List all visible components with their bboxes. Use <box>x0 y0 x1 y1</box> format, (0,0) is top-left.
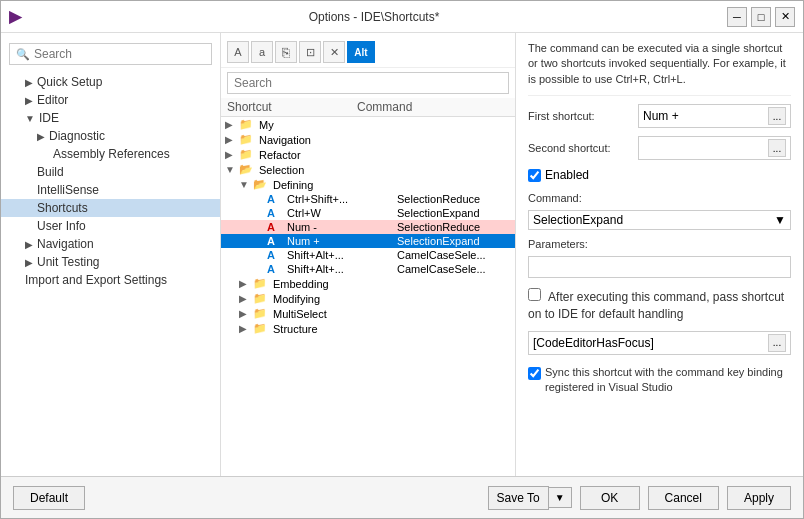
context-input[interactable]: [CodeEditorHasFocus] ... <box>528 331 791 355</box>
info-text: The command can be executed via a single… <box>528 41 791 96</box>
arrow-icon: ▶ <box>239 323 253 334</box>
first-shortcut-label: First shortcut: <box>528 110 638 122</box>
sidebar-item-label: Shortcuts <box>37 201 88 215</box>
list-item[interactable]: A Num - SelectionReduce <box>221 220 515 234</box>
middle-toolbar: A a ⎘ ⊡ ✕ Alt <box>221 37 515 68</box>
sidebar-item-label: User Info <box>37 219 86 233</box>
list-item[interactable]: ▶ 📁 My <box>221 117 515 132</box>
shortcut-type-icon: A <box>267 235 285 247</box>
sidebar-item-quick-setup[interactable]: ▶ Quick Setup <box>1 73 220 91</box>
toolbar-copy-btn[interactable]: ⎘ <box>275 41 297 63</box>
toolbar-delete-btn[interactable]: ✕ <box>323 41 345 63</box>
arrow-icon: ▶ <box>239 308 253 319</box>
sidebar-item-build[interactable]: Build <box>1 163 220 181</box>
sidebar-item-label: Quick Setup <box>37 75 102 89</box>
parameters-input[interactable] <box>528 256 791 278</box>
middle-search-input[interactable] <box>234 76 502 90</box>
default-button[interactable]: Default <box>13 486 85 510</box>
second-shortcut-row: Second shortcut: ... <box>528 136 791 160</box>
arrow-icon: ▶ <box>225 149 239 160</box>
command-value: SelectionExpand <box>533 213 623 227</box>
sync-text: Sync this shortcut with the command key … <box>545 365 791 396</box>
list-item[interactable]: ▼ 📂 Selection <box>221 162 515 177</box>
sync-checkbox[interactable] <box>528 367 541 380</box>
left-search-box[interactable]: 🔍 <box>9 43 212 65</box>
sidebar-item-label: IDE <box>39 111 59 125</box>
enabled-row: Enabled <box>528 168 791 182</box>
second-shortcut-label: Second shortcut: <box>528 142 638 154</box>
shortcut-value: Ctrl+W <box>287 207 397 219</box>
sidebar-item-assembly-references[interactable]: Assembly References <box>1 145 220 163</box>
folder-icon: 📁 <box>253 322 271 335</box>
sidebar-item-ide[interactable]: ▼ IDE <box>1 109 220 127</box>
first-shortcut-input[interactable]: Num + ... <box>638 104 791 128</box>
sidebar-item-label: Import and Export Settings <box>25 273 167 287</box>
save-to-dropdown-btn[interactable]: ▼ <box>549 487 572 508</box>
shortcut-type-icon: A <box>267 249 285 261</box>
first-shortcut-browse-btn[interactable]: ... <box>768 107 786 125</box>
context-browse-btn[interactable]: ... <box>768 334 786 352</box>
list-item[interactable]: A Shift+Alt+... CamelCaseSele... <box>221 262 515 276</box>
list-item[interactable]: ▼ 📂 Defining <box>221 177 515 192</box>
window-controls: ─ □ ✕ <box>727 7 795 27</box>
close-button[interactable]: ✕ <box>775 7 795 27</box>
second-shortcut-browse-btn[interactable]: ... <box>768 139 786 157</box>
bottom-right-actions: Save To ▼ OK Cancel Apply <box>488 486 791 510</box>
list-item[interactable]: ▶ 📁 Structure <box>221 321 515 336</box>
after-text-label: After executing this command, pass short… <box>528 290 784 321</box>
shortcut-value: Refactor <box>259 149 369 161</box>
left-search-input[interactable] <box>34 47 205 61</box>
second-shortcut-input[interactable]: ... <box>638 136 791 160</box>
toolbar-paste-btn[interactable]: ⊡ <box>299 41 321 63</box>
arrow-icon: ▼ <box>225 164 239 175</box>
list-item[interactable]: A Shift+Alt+... CamelCaseSele... <box>221 248 515 262</box>
sidebar-item-import-export[interactable]: Import and Export Settings <box>1 271 220 289</box>
toolbar-uppercase-btn[interactable]: A <box>227 41 249 63</box>
command-value: SelectionReduce <box>397 221 511 233</box>
sidebar-item-diagnostic[interactable]: ▶ Diagnostic <box>1 127 220 145</box>
middle-search-box[interactable] <box>227 72 509 94</box>
list-item[interactable]: A Ctrl+W SelectionExpand <box>221 206 515 220</box>
vs-icon: ▶ <box>9 7 21 26</box>
list-item[interactable]: A Num + SelectionExpand <box>221 234 515 248</box>
minimize-button[interactable]: ─ <box>727 7 747 27</box>
list-item[interactable]: ▶ 📁 MultiSelect <box>221 306 515 321</box>
enabled-checkbox[interactable] <box>528 169 541 182</box>
list-item[interactable]: ▶ 📁 Refactor <box>221 147 515 162</box>
shortcut-value: Selection <box>259 164 369 176</box>
ok-button[interactable]: OK <box>580 486 640 510</box>
after-checkbox[interactable] <box>528 288 541 301</box>
list-item[interactable]: ▶ 📁 Navigation <box>221 132 515 147</box>
arrow-icon: ▶ <box>25 239 33 250</box>
sidebar-item-user-info[interactable]: User Info <box>1 217 220 235</box>
arrow-icon: ▼ <box>239 179 253 190</box>
toolbar-alt-btn[interactable]: Alt <box>347 41 375 63</box>
command-label: Command: <box>528 192 791 204</box>
command-value: SelectionExpand <box>397 207 511 219</box>
cancel-button[interactable]: Cancel <box>648 486 719 510</box>
sidebar-item-label: Unit Testing <box>37 255 99 269</box>
save-to-button[interactable]: Save To <box>488 486 549 510</box>
dialog-body: 🔍 ▶ Quick Setup ▶ Editor ▼ IDE ▶ Diagnos… <box>1 33 803 476</box>
maximize-button[interactable]: □ <box>751 7 771 27</box>
apply-button[interactable]: Apply <box>727 486 791 510</box>
sidebar-item-shortcuts[interactable]: Shortcuts <box>1 199 220 217</box>
shortcut-value: Embedding <box>273 278 383 290</box>
toolbar-lowercase-btn[interactable]: a <box>251 41 273 63</box>
shortcut-value: Modifying <box>273 293 383 305</box>
sidebar-item-intellisense[interactable]: IntelliSense <box>1 181 220 199</box>
arrow-icon: ▶ <box>225 134 239 145</box>
list-item[interactable]: A Ctrl+Shift+... SelectionReduce <box>221 192 515 206</box>
col-shortcut-header: Shortcut <box>227 100 357 114</box>
list-item[interactable]: ▶ 📁 Modifying <box>221 291 515 306</box>
col-command-header: Command <box>357 100 509 114</box>
sidebar-item-label: IntelliSense <box>37 183 99 197</box>
sidebar-item-unit-testing[interactable]: ▶ Unit Testing <box>1 253 220 271</box>
command-select[interactable]: SelectionExpand ▼ <box>528 210 791 230</box>
enabled-label: Enabled <box>545 168 589 182</box>
list-item[interactable]: ▶ 📁 Embedding <box>221 276 515 291</box>
shortcut-value: Shift+Alt+... <box>287 249 397 261</box>
sidebar-item-editor[interactable]: ▶ Editor <box>1 91 220 109</box>
sidebar-item-navigation[interactable]: ▶ Navigation <box>1 235 220 253</box>
folder-icon: 📁 <box>253 307 271 320</box>
